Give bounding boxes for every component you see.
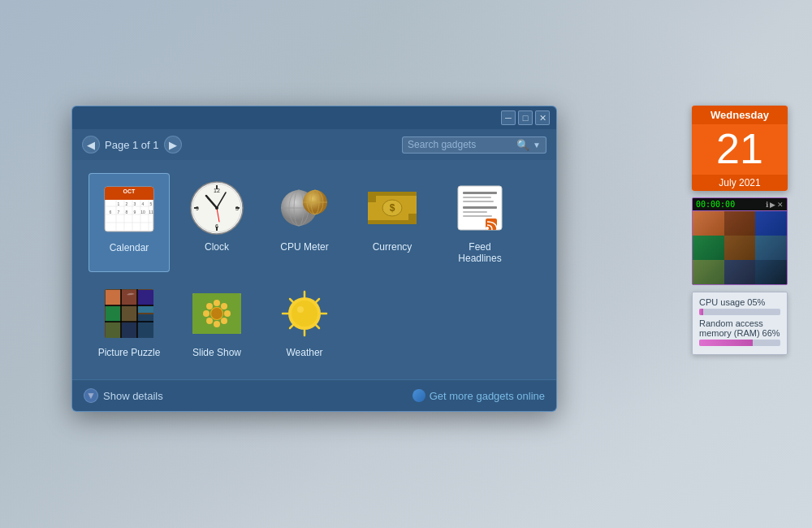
cpu-usage-label: CPU usage 05% [699,297,780,307]
svg-rect-50 [368,196,376,202]
slideshow-icon [188,285,245,342]
gadget-feedheadlines-label: Feed Headlines [446,241,514,264]
maximize-button[interactable]: □ [518,110,533,125]
slide-cell-3 [755,211,787,236]
svg-point-98 [297,306,304,313]
svg-text:3: 3 [134,201,136,206]
svg-text:2: 2 [126,201,128,206]
ram-progress-bar [699,340,780,346]
svg-text:OCT: OCT [123,188,136,194]
svg-rect-64 [122,290,137,305]
slideshow-grid [693,211,787,284]
search-input[interactable] [408,139,513,150]
prev-page-button[interactable]: ◀ [82,136,100,154]
svg-text:$: $ [390,202,395,214]
gadget-currency-label: Currency [373,241,412,253]
svg-text:3: 3 [235,206,239,211]
calendar-day-name: Wednesday [692,106,788,124]
gadget-clock-label: Clock [205,241,229,253]
gadget-item-calendar[interactable]: 1 2 3 4 5 6 7 8 9 10 11 OCT Calendar [89,173,170,272]
gadget-item-picturepuzzle[interactable]: Picture Puzzle [89,279,170,366]
svg-rect-65 [138,290,153,305]
svg-text:8: 8 [126,210,128,214]
cpu-progress-fill [699,309,703,315]
svg-text:6: 6 [110,210,112,214]
svg-point-89 [292,301,317,327]
slide-cell-5 [724,236,756,260]
feedheadlines-icon [451,180,508,236]
svg-rect-67 [122,306,137,322]
gadget-calendar-label: Calendar [110,242,149,253]
svg-line-94 [290,299,294,303]
gadget-picturepuzzle-label: Picture Puzzle [98,347,161,358]
cpumeter-icon [276,180,333,236]
currency-icon: $ [364,180,421,236]
search-icon: 🔍 [516,139,529,151]
gadgets-grid: 1 2 3 4 5 6 7 8 9 10 11 OCT Calendar [72,160,556,379]
calendar-widget[interactable]: Wednesday 21 July 2021 [692,106,788,191]
svg-point-80 [214,321,220,327]
gadget-item-clock[interactable]: 12 3 6 9 Clock [176,173,257,272]
gadget-item-slideshow[interactable]: Slide Show [176,279,257,366]
gadget-cpumeter-label: CPU Meter [280,241,328,253]
slide-cell-6 [755,236,787,260]
minimize-button[interactable]: ─ [501,110,516,125]
picturepuzzle-icon [101,285,158,342]
svg-text:1: 1 [118,201,120,206]
page-label: Page 1 of 1 [105,139,159,151]
svg-rect-55 [463,201,494,202]
slide-cell-7 [693,260,724,284]
slide-cell-4 [693,236,724,260]
svg-rect-54 [463,197,491,198]
timer-icon-2[interactable]: ▶ [770,201,775,209]
svg-point-87 [211,308,222,319]
timer-display: 00:00:00 [696,200,735,209]
gadget-item-feedheadlines[interactable]: Feed Headlines [439,173,520,272]
calendar-month-year: July 2021 [692,175,788,191]
get-more-gadgets-link[interactable]: Get more gadgets online [412,389,545,402]
globe-icon [412,389,425,402]
svg-rect-66 [106,306,121,322]
calendar-date: 21 [692,124,788,175]
slide-cell-2 [724,211,756,236]
next-page-button[interactable]: ▶ [164,136,182,154]
svg-rect-2 [105,197,153,200]
dialog-footer: ▼ Show details Get more gadgets online [72,379,556,411]
svg-point-85 [206,318,213,324]
svg-rect-53 [463,192,497,194]
gadget-weather-label: Weather [286,347,322,358]
svg-rect-51 [408,214,417,220]
gadget-item-currency[interactable]: $ Currency [352,173,433,272]
svg-line-96 [315,299,319,303]
svg-rect-68 [138,306,153,313]
svg-rect-46 [368,192,417,196]
gadget-item-weather[interactable]: Weather [264,279,345,366]
close-button[interactable]: ✕ [535,110,550,125]
svg-rect-58 [463,215,492,217]
show-details-button[interactable]: ▼ Show details [84,388,163,403]
svg-point-36 [215,206,218,210]
svg-rect-71 [138,314,153,338]
svg-rect-70 [122,322,137,338]
svg-text:10: 10 [140,210,145,214]
svg-rect-56 [463,206,497,209]
svg-text:7: 7 [118,210,120,214]
ram-progress-fill [699,340,753,346]
nav-area: ◀ Page 1 of 1 ▶ [82,136,182,154]
gadget-item-cpumeter[interactable]: CPU Meter [264,173,345,272]
svg-point-83 [206,303,213,309]
slideshow-widget[interactable]: 00:00:00 ℹ ▶ ✕ [692,197,788,285]
svg-text:4: 4 [142,201,145,206]
cpu-widget: CPU usage 05% Random access memory (RAM)… [692,292,788,355]
timer-icon-3[interactable]: ✕ [777,201,784,209]
timer-icon-1[interactable]: ℹ [766,201,768,209]
search-area: 🔍 ▼ [402,136,546,154]
ram-label: Random access memory (RAM) 66% [699,318,780,338]
svg-rect-47 [368,220,417,224]
svg-text:12: 12 [214,188,220,193]
search-dropdown-button[interactable]: ▼ [533,141,541,149]
gadget-slideshow-label: Slide Show [192,347,241,358]
svg-point-60 [486,227,489,230]
right-panel: Wednesday 21 July 2021 00:00:00 ℹ ▶ ✕ [692,106,788,355]
svg-rect-63 [106,290,121,305]
